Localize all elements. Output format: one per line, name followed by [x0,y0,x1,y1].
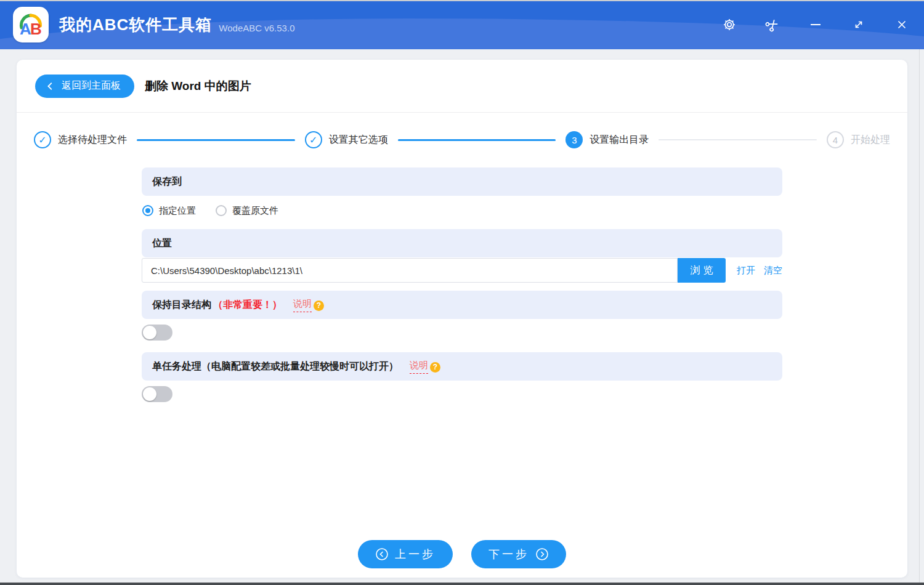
step-3-output-dir: 3 设置输出目录 [565,131,649,148]
back-to-dashboard-button[interactable]: 返回到主面板 [35,75,134,98]
step-2-other-options: ✓ 设置其它选项 [305,131,388,148]
titlebar: A B 我的ABC软件工具箱 WodeABC v6.53.0 [0,0,924,49]
open-folder-link[interactable]: 打开 [737,265,755,276]
main-panel: 返回到主面板 删除 Word 中的图片 ✓ 选择待处理文件 ✓ 设置其它选项 3… [17,60,907,578]
step-3-number-badge: 3 [565,131,583,148]
step-4-label: 开始处理 [851,134,890,147]
location-input-row: 浏览 打开 清空 [142,258,782,283]
step-1-check-icon: ✓ [34,131,51,148]
radio-specified-label: 指定位置 [159,205,196,217]
window-bottom-edge [0,583,924,585]
toggle-knob [143,326,156,339]
step-indicator: ✓ 选择待处理文件 ✓ 设置其它选项 3 设置输出目录 4 开始处理 [34,129,890,151]
save-to-title: 保存到 [152,176,182,188]
circle-chevron-right-icon [535,547,549,561]
step-4-start-processing: 4 开始处理 [827,131,890,148]
minimize-button[interactable] [808,17,823,32]
step-connector-pending [659,139,817,140]
radio-unselected-icon [216,205,227,216]
step-1-label: 选择待处理文件 [58,134,127,147]
single-task-help-link[interactable]: 说明 [410,360,428,374]
page-title: 删除 Word 中的图片 [145,78,251,94]
step-2-label: 设置其它选项 [329,134,388,147]
output-settings-form: 保存到 指定位置 覆盖原文件 位置 浏览 打开 清空 保持目录结构 （非常重要！… [142,167,782,402]
save-to-radio-group: 指定位置 覆盖原文件 [142,200,782,222]
maximize-button[interactable] [851,17,866,32]
save-to-section-header: 保存到 [142,167,782,196]
window-controls [722,17,924,32]
wizard-navigation: 上一步 下一步 [17,540,907,568]
keep-structure-toggle-row [142,325,782,341]
app-title: 我的ABC软件工具箱 [59,14,212,36]
radio-overwrite-original[interactable]: 覆盖原文件 [216,205,278,217]
keep-structure-important-note: （非常重要！） [213,299,282,312]
page-header: 返回到主面板 删除 Word 中的图片 [17,60,907,113]
location-title: 位置 [152,237,172,250]
chevron-left-icon [45,81,56,92]
toggle-knob [143,387,156,401]
screenshot-scissors-icon[interactable] [765,17,780,32]
radio-selected-icon [142,205,153,216]
circle-chevron-left-icon [375,547,389,561]
keep-structure-toggle-off[interactable] [142,325,172,341]
next-step-label: 下一步 [488,547,529,562]
step-2-check-icon: ✓ [305,131,322,148]
question-mark-icon[interactable]: ? [314,301,324,311]
next-step-button[interactable]: 下一步 [471,540,566,568]
abc-logo-icon: A B [14,7,48,42]
window-top-edge [0,0,924,1]
browse-button[interactable]: 浏览 [678,258,726,283]
app-logo: A B [13,7,49,42]
app-version: WodeABC v6.53.0 [219,23,294,33]
single-task-toggle-off[interactable] [142,386,172,402]
previous-step-button[interactable]: 上一步 [358,540,453,568]
step-4-number-badge: 4 [827,131,844,148]
clear-path-link[interactable]: 清空 [764,265,782,276]
single-task-title: 单任务处理（电脑配置较差或批量处理较慢时可以打开） [152,360,399,373]
single-task-section-header: 单任务处理（电脑配置较差或批量处理较慢时可以打开） 说明 ? [142,352,782,381]
previous-step-label: 上一步 [395,547,436,562]
radio-overwrite-label: 覆盖原文件 [232,205,278,217]
close-button[interactable] [894,17,909,32]
step-connector-done-2 [398,139,556,141]
keep-structure-title: 保持目录结构 [152,299,211,312]
back-button-label: 返回到主面板 [62,79,121,92]
window-right-edge [919,49,920,583]
step-connector-done-1 [137,139,295,141]
step-1-select-files: ✓ 选择待处理文件 [34,131,127,148]
output-path-input[interactable] [142,258,678,283]
radio-specified-location[interactable]: 指定位置 [142,205,196,217]
question-mark-icon[interactable]: ? [430,362,440,373]
settings-gear-icon[interactable] [722,17,737,32]
keep-structure-section-header: 保持目录结构 （非常重要！） 说明 ? [142,291,782,319]
single-task-toggle-row [142,386,782,402]
keep-structure-help-link[interactable]: 说明 [293,298,312,312]
location-section-header: 位置 [142,229,782,257]
svg-text:B: B [30,20,42,38]
step-3-label: 设置输出目录 [590,134,649,147]
